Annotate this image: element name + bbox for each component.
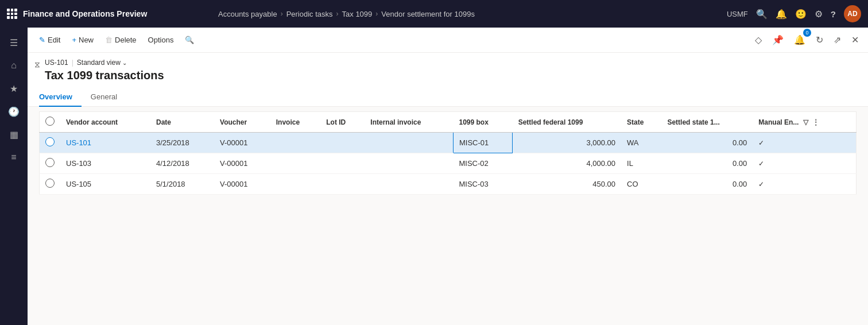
top-bar-actions: USMF 🔍 🔔 🙂 ⚙ ? AD — [727, 5, 861, 22]
cell-voucher-1: V-00001 — [214, 133, 270, 153]
col-manual-en[interactable]: Manual En... ▽ ⋮ — [753, 112, 856, 133]
nav-favorites-icon[interactable]: ★ — [3, 78, 24, 99]
cell-date-3: 5/1/2018 — [150, 174, 214, 195]
close-icon[interactable]: ✕ — [849, 32, 861, 48]
col-date[interactable]: Date — [150, 112, 214, 133]
cell-settled-federal-2: 4,000.00 — [513, 153, 621, 174]
view-selector: US-101 | Standard view ⌄ — [45, 59, 164, 67]
help-icon[interactable]: ? — [831, 9, 836, 19]
page-header-content: US-101 | Standard view ⌄ Tax 1099 transa… — [45, 59, 164, 88]
delete-icon: 🗑 — [105, 36, 113, 44]
column-filter-icon[interactable]: ▽ — [803, 118, 808, 126]
edit-icon: ✎ — [39, 36, 45, 44]
tabs: Overview General — [28, 88, 868, 107]
cell-internal-invoice-2 — [365, 153, 453, 174]
col-state[interactable]: State — [621, 112, 661, 133]
edit-label: Edit — [48, 36, 60, 44]
company-badge: USMF — [727, 10, 748, 18]
cell-settled-state-3: 0.00 — [661, 174, 753, 195]
view-id: US-101 — [45, 59, 68, 67]
table-row[interactable]: US-103 4/12/2018 V-00001 MISC-02 4,000.0… — [40, 153, 857, 174]
row-checkbox-1[interactable] — [40, 133, 61, 153]
col-internal-invoice[interactable]: Internal invoice — [365, 112, 453, 133]
new-button[interactable]: + New — [67, 33, 98, 47]
bell-icon[interactable]: 🔔 — [776, 9, 787, 20]
avatar[interactable]: AD — [844, 5, 861, 22]
row-checkbox-3[interactable] — [40, 174, 61, 195]
col-1099-box[interactable]: 1099 box — [453, 112, 512, 133]
apps-icon[interactable] — [7, 9, 17, 19]
select-all-checkbox[interactable] — [45, 117, 55, 126]
table-row[interactable]: US-105 5/1/2018 V-00001 MISC-03 450.00 C… — [40, 174, 857, 195]
checkmark-icon-3: ✓ — [758, 180, 764, 188]
col-settled-federal[interactable]: Settled federal 1099 — [513, 112, 621, 133]
breadcrumb: Accounts payable › Periodic tasks › Tax … — [218, 10, 722, 18]
breadcrumb-sep-2: › — [336, 10, 339, 18]
cell-manual-en-1: ✓ — [753, 133, 856, 153]
search-icon[interactable]: 🔍 — [756, 9, 768, 20]
breadcrumb-item-1[interactable]: Accounts payable — [218, 10, 277, 18]
cell-voucher-2: V-00001 — [214, 153, 270, 174]
main-layout: ☰ ⌂ ★ 🕐 ▦ ≡ ✎ Edit + New 🗑 Delete Option… — [0, 28, 868, 325]
tab-general[interactable]: General — [91, 88, 126, 107]
pin-icon[interactable]: 📌 — [770, 32, 786, 48]
diamond-icon[interactable]: ◇ — [753, 32, 764, 48]
select-all-col[interactable] — [40, 112, 61, 133]
col-voucher[interactable]: Voucher — [214, 112, 270, 133]
vendor-link-1[interactable]: US-101 — [66, 138, 91, 147]
breadcrumb-item-2[interactable]: Periodic tasks — [286, 10, 333, 18]
cell-state-1: WA — [621, 133, 661, 153]
new-plus-icon: + — [72, 36, 76, 44]
nav-recent-icon[interactable]: 🕐 — [3, 101, 24, 122]
options-button[interactable]: Options — [144, 33, 179, 47]
smiley-icon[interactable]: 🙂 — [795, 9, 807, 20]
cell-vendor-3: US-105 — [60, 174, 150, 195]
breadcrumb-sep-1: › — [281, 10, 283, 18]
cell-manual-en-3: ✓ — [753, 174, 856, 195]
col-invoice[interactable]: Invoice — [270, 112, 321, 133]
table-row[interactable]: US-101 3/25/2018 V-00001 MISC-01 3,000.0… — [40, 133, 857, 153]
cell-manual-en-2: ✓ — [753, 153, 856, 174]
delete-button[interactable]: 🗑 Delete — [100, 33, 141, 47]
nav-workspace-icon[interactable]: ▦ — [3, 124, 24, 145]
content-area: ✎ Edit + New 🗑 Delete Options 🔍 ◇ 📌 — [28, 28, 868, 325]
search-toolbar-icon: 🔍 — [185, 36, 194, 44]
col-settled-state[interactable]: Settled state 1... — [661, 112, 753, 133]
edit-button[interactable]: ✎ Edit — [34, 33, 65, 47]
new-label: New — [79, 36, 94, 44]
cell-settled-state-1: 0.00 — [661, 133, 753, 153]
app-title: Finance and Operations Preview — [23, 9, 147, 18]
refresh-icon[interactable]: ↻ — [813, 32, 826, 48]
col-lot-id[interactable]: Lot ID — [320, 112, 365, 133]
view-name-button[interactable]: Standard view ⌄ — [77, 59, 127, 67]
cell-internal-invoice-1 — [365, 133, 453, 153]
cell-settled-state-2: 0.00 — [661, 153, 753, 174]
nav-modules-icon[interactable]: ≡ — [3, 147, 24, 168]
cell-state-3: CO — [621, 174, 661, 195]
checkmark-icon-1: ✓ — [758, 139, 764, 147]
open-in-new-icon[interactable]: ⇗ — [831, 32, 843, 48]
breadcrumb-sep-3: › — [375, 10, 378, 18]
cell-invoice-1 — [270, 133, 321, 153]
cell-box-1[interactable]: MISC-01 — [453, 133, 512, 153]
cell-settled-federal-3: 450.00 — [513, 174, 621, 195]
table-header-row: Vendor account Date Voucher Invoice Lot … — [40, 112, 857, 133]
toolbar-right-actions: ◇ 📌 🔔 0 ↻ ⇗ ✕ — [753, 32, 861, 48]
tab-overview[interactable]: Overview — [39, 88, 82, 107]
cell-invoice-3 — [270, 174, 321, 195]
notifications-icon[interactable]: 🔔 0 — [792, 32, 808, 48]
column-more-icon[interactable]: ⋮ — [812, 118, 819, 126]
row-checkbox-2[interactable] — [40, 153, 61, 174]
table-area: Vendor account Date Voucher Invoice Lot … — [28, 107, 868, 325]
settings-icon[interactable]: ⚙ — [815, 9, 823, 20]
col-vendor-account[interactable]: Vendor account — [60, 112, 150, 133]
cell-lot-3 — [320, 174, 365, 195]
cell-lot-2 — [320, 153, 365, 174]
nav-home-icon[interactable]: ⌂ — [3, 55, 24, 76]
breadcrumb-item-4[interactable]: Vendor settlement for 1099s — [381, 10, 475, 18]
filter-funnel-icon[interactable]: ⧖ — [34, 60, 40, 69]
nav-menu-icon[interactable]: ☰ — [3, 32, 24, 53]
chevron-down-icon: ⌄ — [122, 60, 127, 66]
breadcrumb-item-3[interactable]: Tax 1099 — [342, 10, 373, 18]
search-toolbar-button[interactable]: 🔍 — [180, 33, 199, 47]
